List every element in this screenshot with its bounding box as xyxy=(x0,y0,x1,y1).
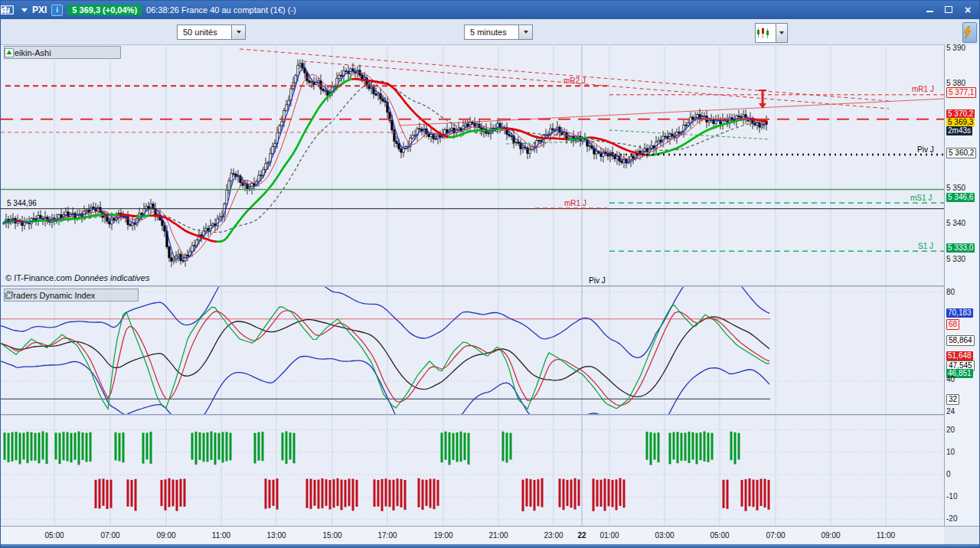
axis-label: 70,183 xyxy=(946,308,973,318)
trading-platform-window: PXI i 5 369,3 (+0,04%) 06:38:26 France 4… xyxy=(0,0,980,548)
time-tick-label: 07:00 xyxy=(766,531,785,540)
axis-label: 5 360,2 xyxy=(946,148,976,158)
time-tick-label: 15:00 xyxy=(322,531,341,540)
time-tick-label: 19:00 xyxy=(433,531,452,540)
time-tick-label: 11:00 xyxy=(212,531,230,540)
chevron-down-icon xyxy=(776,24,787,42)
axis-label: -10 xyxy=(946,492,957,501)
axis-label: 0 xyxy=(946,470,951,479)
time-axis[interactable]: 05:0007:0009:0011:0013:0015:0017:0019:00… xyxy=(1,526,944,544)
time-tick-label: 22 xyxy=(577,531,586,540)
time-tick-label: 09:00 xyxy=(821,531,840,540)
chevron-down-icon xyxy=(231,25,245,39)
chart-toolbar: 50 unités 5 minutes xyxy=(1,19,979,45)
window-controls: × xyxy=(906,5,973,15)
svg-text:Piv J: Piv J xyxy=(589,276,606,285)
axis-label: 5 350 xyxy=(946,184,965,193)
duplicate-window-icon[interactable] xyxy=(111,290,121,300)
tdi-panel-title: Traders Dynamic Index xyxy=(8,291,95,300)
copyright-text: © IT-Finance.com xyxy=(5,273,72,282)
info-icon[interactable]: i xyxy=(51,5,63,16)
time-tick-label: 23:00 xyxy=(544,531,563,540)
axis-label: -20 xyxy=(946,514,957,524)
chart-style-button[interactable] xyxy=(755,23,788,43)
flash-icon[interactable] xyxy=(962,22,977,43)
time-tick-label: 05:00 xyxy=(710,531,729,540)
copyright-note: Données indicatives xyxy=(74,273,149,282)
settings-wrench-icon[interactable] xyxy=(98,290,108,300)
axis-label: 80 xyxy=(946,288,955,297)
minimize-button[interactable] xyxy=(924,5,935,15)
svg-text:mR1 J: mR1 J xyxy=(912,85,934,93)
close-panel-icon[interactable] xyxy=(124,290,134,300)
time-tick-label: 07:00 xyxy=(100,531,119,540)
panel-move-down-icon[interactable] xyxy=(93,47,103,57)
price-axis[interactable]: 5 3905 3805 377,15 370,25 369,32m43s5 36… xyxy=(944,44,980,526)
time-tick-label: 05:00 xyxy=(44,531,64,540)
tdi-panel-tab: Traders Dynamic Index xyxy=(4,289,139,302)
axis-label: 24 xyxy=(946,407,955,416)
close-panel-icon[interactable] xyxy=(80,47,90,57)
time-tick-label: 21:00 xyxy=(488,531,508,540)
svg-text:mS1 J: mS1 J xyxy=(910,194,932,202)
time-tick-label: 09:00 xyxy=(156,531,175,540)
instrument-dropdown-icon[interactable] xyxy=(21,8,28,12)
axis-label: 51,648 xyxy=(946,351,973,360)
axis-label: 5 333,0 xyxy=(946,243,975,253)
svg-text:mR1 J: mR1 J xyxy=(564,199,586,207)
time-tick-label: 01:00 xyxy=(599,531,619,540)
instrument-symbol: PXI xyxy=(32,5,47,15)
axis-label: 32 xyxy=(946,394,959,405)
svg-text:5 344,96: 5 344,96 xyxy=(7,199,37,207)
signal-histogram-canvas[interactable] xyxy=(1,416,944,526)
horizontal-scrollbar[interactable] xyxy=(1,544,980,548)
axis-label: 5 377,1 xyxy=(946,87,976,98)
maximize-button[interactable] xyxy=(943,5,954,15)
copyright-notice: © IT-Finance.com Données indicatives xyxy=(5,273,149,282)
axis-label: 10 xyxy=(946,448,955,457)
time-tick-label: 17:00 xyxy=(377,531,397,540)
axis-corner xyxy=(944,526,980,544)
axis-label: 20 xyxy=(946,426,955,435)
axis-label: 5 330 xyxy=(946,255,965,264)
time-tick-label: 13:00 xyxy=(266,531,286,540)
axis-label: 5 340 xyxy=(946,219,965,228)
axis-label: 5 390 xyxy=(946,44,965,53)
price-change-badge: 5 369,3 (+0,04%) xyxy=(67,5,142,15)
tdi-chart-canvas[interactable] xyxy=(1,287,944,414)
session-info: 06:38:26 France 40 au comptant (1€) (-) xyxy=(146,5,296,15)
axis-label: 58,864 xyxy=(946,335,975,346)
panel-move-up-icon[interactable] xyxy=(106,47,116,57)
axis-label: 5 346,6 xyxy=(946,193,975,202)
time-tick-label: 11:00 xyxy=(877,531,895,540)
settings-wrench-icon[interactable] xyxy=(54,47,64,57)
axis-label: 68 xyxy=(946,319,959,330)
axis-label: 2m43s xyxy=(946,126,972,135)
time-tick-label: 03:00 xyxy=(655,531,674,540)
axis-label: 40 xyxy=(946,375,955,384)
units-select-value: 50 unités xyxy=(178,28,231,37)
svg-text:Piv J: Piv J xyxy=(917,145,934,154)
timeframe-select[interactable]: 5 minutes xyxy=(464,24,533,40)
units-select[interactable]: 50 unités xyxy=(177,24,246,40)
duplicate-window-icon[interactable] xyxy=(67,47,77,57)
price-panel-tab: Heikin-Ashi xyxy=(4,46,121,59)
close-button[interactable]: × xyxy=(962,5,973,15)
title-bar: PXI i 5 369,3 (+0,04%) 06:38:26 France 4… xyxy=(1,1,979,19)
price-chart-canvas[interactable]: mR2 JmR1 JPiv JmS1 JmR1 JS1 J5 344,96Piv… xyxy=(1,44,944,285)
timeframe-select-value: 5 minutes xyxy=(465,28,518,37)
price-panel-title: Heikin-Ashi xyxy=(8,48,51,57)
keyboard-icon[interactable] xyxy=(906,5,916,15)
svg-text:mR2 J: mR2 J xyxy=(564,77,586,85)
svg-text:S1 J: S1 J xyxy=(918,242,933,250)
chevron-down-icon xyxy=(518,25,532,39)
